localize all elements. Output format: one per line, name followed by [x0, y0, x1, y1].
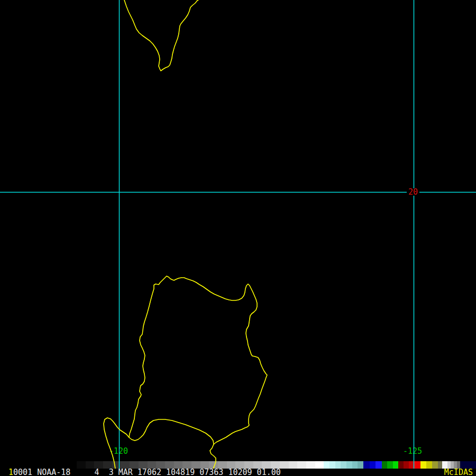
mcidas-brand-label: McIDAS — [444, 469, 473, 476]
latitude-label-20: 20 — [407, 188, 419, 196]
taiwan-coastline — [124, 0, 198, 71]
status-bar: 10001 NOAA-18 4 3 MAR 17062 104819 07363… — [0, 469, 476, 476]
mcidas-image-display[interactable]: -120 -125 20 10001 NOAA-18 4 3 MAR 17062… — [0, 0, 476, 476]
luzon-coastline — [129, 276, 267, 444]
frame-info-text: 0001 NOAA-18 4 3 MAR 17062 104819 07363 … — [13, 468, 281, 476]
map-overlay — [0, 0, 476, 476]
frame-number: 1 — [8, 468, 13, 476]
frame-label: 10001 NOAA-18 4 3 MAR 17062 104819 07363… — [8, 469, 281, 476]
luzon-gulf-coastline — [104, 418, 216, 471]
